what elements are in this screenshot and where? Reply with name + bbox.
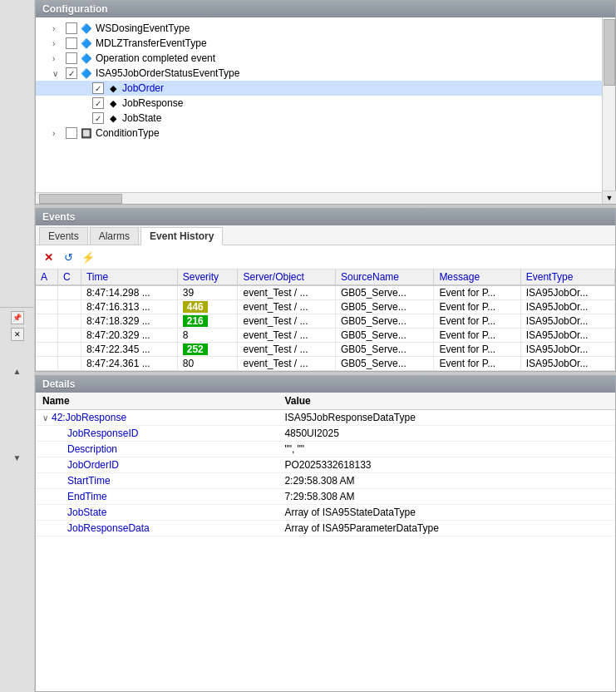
event-cell-source: GB05_Serve...	[336, 357, 434, 371]
tree-label-isa95: ISA95JobOrderStatusEventType	[96, 67, 239, 79]
checkbox-operation[interactable]	[66, 52, 77, 64]
event-cell-c	[57, 285, 81, 300]
detail-name-cell: JobResponseID	[36, 426, 278, 442]
events-tabs-bar: EventsAlarmsEvent History	[36, 225, 615, 245]
event-cell-c	[57, 357, 81, 371]
detail-col-header-name: Name	[36, 393, 278, 410]
event-cell-c	[57, 329, 81, 343]
event-cell-severity: 39	[177, 285, 238, 300]
refresh-button[interactable]: ↺	[59, 248, 77, 266]
tree-icon-mdlz: 🔷	[80, 37, 93, 50]
tree-item-operation[interactable]: ›🔷Operation completed event	[36, 51, 615, 66]
event-cell-message: Event for P...	[434, 357, 520, 371]
detail-col-header-value: Value	[278, 393, 615, 410]
event-cell-message: Event for P...	[434, 300, 520, 314]
detail-name-cell: StartTime	[36, 473, 278, 489]
tree-item-isa95[interactable]: ∨🔷ISA95JobOrderStatusEventType	[36, 66, 615, 81]
event-cell-server: event_Test / ...	[238, 285, 336, 300]
event-row[interactable]: 8:47:24.361 ...80event_Test / ...GB05_Se…	[36, 357, 615, 371]
detail-row[interactable]: EndTime7:29:58.308 AM	[36, 489, 615, 505]
tree-icon-jobresponse: ◆	[106, 96, 120, 110]
event-row[interactable]: 8:47:18.329 ...216event_Test / ...GB05_S…	[36, 314, 615, 329]
config-tree[interactable]: ›🔷WSDosingEventType›🔷MDLZTransferEventTy…	[36, 17, 615, 192]
event-cell-event-type: ISA95JobOr...	[520, 300, 614, 314]
events-table-wrapper[interactable]: ACTimeSeverityServer/ObjectSourceNameMes…	[36, 269, 615, 371]
event-cell-event-type: ISA95JobOr...	[520, 285, 614, 300]
pin-button-2[interactable]: ✕	[11, 328, 24, 341]
config-scroll-thumb	[604, 19, 615, 86]
checkbox-mdlz[interactable]	[66, 37, 77, 49]
tree-item-wsdosing[interactable]: ›🔷WSDosingEventType	[36, 21, 615, 36]
tree-item-mdlz[interactable]: ›🔷MDLZTransferEventType	[36, 36, 615, 51]
event-row[interactable]: 8:47:16.313 ...446event_Test / ...GB05_S…	[36, 300, 615, 314]
config-scrollbar[interactable]: ▼	[602, 17, 615, 204]
detail-name-cell: JobState	[36, 505, 278, 521]
checkbox-conditiontype[interactable]	[66, 127, 77, 139]
settings-button[interactable]: ⚡	[79, 248, 97, 266]
col-header-severity: Severity	[177, 269, 238, 285]
detail-row[interactable]: ∨42:JobResponseISA95JobResponseDataType	[36, 410, 615, 426]
tab-event-history[interactable]: Event History	[140, 227, 223, 245]
event-cell-message: Event for P...	[434, 314, 520, 329]
scroll-arrow-down[interactable]: ▼	[603, 190, 616, 204]
expand-icon-conditiontype[interactable]: ›	[52, 129, 66, 138]
expand-icon-isa95[interactable]: ∨	[52, 69, 66, 78]
event-cell-time: 8:47:18.329 ...	[81, 314, 177, 329]
checkbox-jobresponse[interactable]	[92, 97, 104, 109]
event-row[interactable]: 8:47:22.345 ...252event_Test / ...GB05_S…	[36, 343, 615, 357]
left-panel: 📌 ✕ ▲ ▼	[0, 0, 35, 692]
tree-item-jobresponse[interactable]: ◆JobResponse	[36, 96, 615, 111]
event-cell-a	[36, 300, 57, 314]
event-cell-time: 8:47:20.329 ...	[81, 329, 177, 343]
tree-label-jobstate: JobState	[122, 112, 161, 124]
tab-events[interactable]: Events	[39, 227, 88, 245]
clear-button[interactable]: ✕	[39, 248, 57, 266]
expand-icon-operation[interactable]: ›	[52, 54, 66, 63]
event-cell-c	[57, 314, 81, 329]
tree-label-joborder: JobOrder	[122, 82, 164, 94]
tree-icon-wsdosing: 🔷	[80, 22, 93, 35]
event-cell-server: event_Test / ...	[238, 300, 336, 314]
detail-name-cell: ∨42:JobResponse	[36, 410, 278, 426]
detail-row[interactable]: JobOrderIDPO2025332618133	[36, 457, 615, 473]
detail-row[interactable]: StartTime2:29:58.308 AM	[36, 473, 615, 489]
detail-row[interactable]: JobStateArray of ISA95StateDataType	[36, 505, 615, 521]
detail-value-cell: Array of ISA95StateDataType	[278, 505, 615, 521]
event-row[interactable]: 8:47:14.298 ...39event_Test / ...GB05_Se…	[36, 285, 615, 300]
detail-row[interactable]: JobResponseID4850UI2025	[36, 426, 615, 442]
tree-item-jobstate[interactable]: ◆JobState	[36, 111, 615, 126]
scroll-down-button[interactable]: ▼	[11, 451, 24, 464]
tree-icon-operation: 🔷	[80, 52, 93, 65]
checkbox-wsdosing[interactable]	[66, 22, 77, 34]
detail-value-cell: "", ""	[278, 442, 615, 457]
detail-row[interactable]: JobResponseDataArray of ISA95ParameterDa…	[36, 521, 615, 536]
detail-value-cell: ISA95JobResponseDataType	[278, 410, 615, 426]
event-cell-server: event_Test / ...	[238, 329, 336, 343]
checkbox-isa95[interactable]	[66, 67, 77, 79]
pin-button[interactable]: 📌	[11, 311, 24, 324]
detail-name-cell: JobOrderID	[36, 457, 278, 473]
tree-label-jobresponse: JobResponse	[122, 97, 183, 109]
horiz-scrollbar[interactable]	[36, 192, 615, 204]
events-toolbar: ✕ ↺ ⚡	[36, 245, 615, 269]
detail-name-label: Description	[67, 443, 117, 455]
tab-alarms[interactable]: Alarms	[90, 227, 139, 245]
tree-label-operation: Operation completed event	[96, 52, 215, 64]
tree-item-conditiontype[interactable]: ›🔲ConditionType	[36, 126, 615, 141]
event-cell-message: Event for P...	[434, 285, 520, 300]
event-cell-event-type: ISA95JobOr...	[520, 343, 614, 357]
expand-icon-wsdosing[interactable]: ›	[52, 24, 66, 33]
detail-expand-icon[interactable]: ∨	[42, 413, 48, 423]
checkbox-joborder[interactable]	[92, 82, 104, 94]
scroll-up-button[interactable]: ▲	[11, 364, 24, 378]
tree-item-joborder[interactable]: ◆JobOrder	[36, 81, 615, 96]
config-section: Configuration ›🔷WSDosingEventType›🔷MDLZT…	[35, 0, 616, 205]
detail-name-label: EndTime	[67, 491, 107, 502]
detail-row[interactable]: Description"", ""	[36, 442, 615, 457]
checkbox-jobstate[interactable]	[92, 112, 104, 124]
event-cell-server: event_Test / ...	[238, 357, 336, 371]
detail-value-cell: 2:29:58.308 AM	[278, 473, 615, 489]
event-cell-severity: 80	[177, 357, 238, 371]
event-row[interactable]: 8:47:20.329 ...8event_Test / ...GB05_Ser…	[36, 329, 615, 343]
expand-icon-mdlz[interactable]: ›	[52, 39, 66, 48]
